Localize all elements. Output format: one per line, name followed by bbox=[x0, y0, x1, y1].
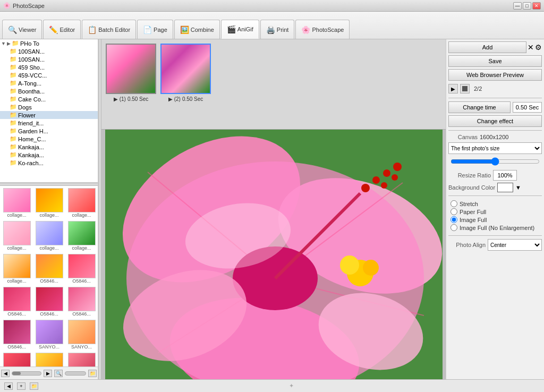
tree-item[interactable]: 📁 Kankaja... bbox=[0, 143, 98, 151]
settings-icon[interactable]: ⚙ bbox=[535, 43, 542, 52]
thumbnail-grid-area: collage... collage... collage... collage… bbox=[0, 186, 98, 367]
list-item[interactable]: collage... bbox=[33, 187, 65, 219]
main-image-area bbox=[101, 130, 446, 379]
tree-item[interactable]: 📁 Cake Co... bbox=[0, 95, 98, 103]
svg-point-14 bbox=[393, 163, 402, 171]
file-tree[interactable]: ▼ ▶ 📁 PHo To 📁 100SAN... 📁 100SAN... 📁 4… bbox=[0, 39, 98, 183]
change-effect-button[interactable]: Change effect bbox=[448, 115, 542, 127]
tab-anigif[interactable]: 🎬 AniGif bbox=[221, 20, 259, 39]
list-item[interactable]: O5846... bbox=[33, 286, 65, 318]
list-item[interactable]: collage... bbox=[1, 220, 32, 252]
statusbar-add-button[interactable]: + bbox=[17, 382, 26, 390]
list-item[interactable]: O5846... bbox=[1, 286, 32, 318]
play-icon-small: ▶ bbox=[168, 96, 173, 102]
tree-item[interactable]: 📁 459 Sho... bbox=[0, 63, 98, 71]
add-button[interactable]: Add bbox=[448, 41, 526, 53]
delete-icon[interactable]: ✕ bbox=[528, 43, 534, 52]
change-time-button[interactable]: Change time bbox=[448, 101, 511, 113]
close-button[interactable]: ✕ bbox=[532, 2, 541, 10]
list-item[interactable]: O5846... bbox=[33, 352, 65, 367]
film-frame-1[interactable]: ▶ (1) 0.50 Sec bbox=[106, 44, 156, 102]
list-item[interactable]: O5846... bbox=[33, 253, 65, 285]
film-frame-2[interactable]: ▶ (2) 0.50 Sec bbox=[160, 44, 211, 102]
web-preview-button[interactable]: Web Browser Preview bbox=[448, 69, 542, 81]
tab-page[interactable]: 📄 Page bbox=[137, 20, 173, 39]
tree-label: PHo To bbox=[20, 40, 39, 47]
tab-print[interactable]: 🖨️ Print bbox=[260, 20, 295, 39]
size-dropdown[interactable]: The first photo's size Custom size 800x6… bbox=[448, 142, 542, 154]
tab-editor[interactable]: ✏️ Editor bbox=[43, 20, 81, 39]
list-item[interactable]: O5846... bbox=[1, 319, 32, 351]
tree-item[interactable]: 📁 Ko-rach... bbox=[0, 159, 98, 167]
svg-point-15 bbox=[381, 182, 387, 189]
tree-item[interactable]: 📁 friend_it... bbox=[0, 119, 98, 127]
radio-image-full-input[interactable] bbox=[450, 216, 457, 223]
film-thumbnail-1[interactable] bbox=[106, 44, 156, 94]
size-slider[interactable] bbox=[450, 157, 540, 166]
tree-item[interactable]: 📁 Garden H... bbox=[0, 127, 98, 135]
stop-button[interactable] bbox=[460, 84, 470, 93]
radio-stretch[interactable]: Stretch bbox=[450, 200, 540, 207]
resize-ratio-input[interactable] bbox=[493, 170, 517, 181]
radio-paper-full[interactable]: Paper Full bbox=[450, 208, 540, 215]
list-item[interactable]: SANYO... bbox=[66, 319, 97, 351]
list-item[interactable]: O5846... bbox=[1, 352, 32, 367]
thumbnail-grid: collage... collage... collage... collage… bbox=[0, 186, 98, 367]
list-item[interactable]: SANYO... bbox=[33, 319, 65, 351]
size-dropdown-row: The first photo's size Custom size 800x6… bbox=[448, 142, 542, 154]
folder-button[interactable]: 📁 bbox=[88, 370, 97, 377]
time-value-input[interactable] bbox=[513, 102, 542, 113]
statusbar-left-button[interactable]: ◀ bbox=[4, 382, 13, 390]
save-button[interactable]: Save bbox=[448, 55, 542, 67]
svg-point-11 bbox=[361, 184, 370, 192]
radio-image-full-no-enlarge[interactable]: Image Full (No Enlargement) bbox=[450, 224, 540, 231]
tab-viewer[interactable]: 🔍 Viewer bbox=[2, 20, 42, 39]
radio-paper-full-input[interactable] bbox=[450, 208, 457, 215]
list-item[interactable]: collage... bbox=[1, 187, 32, 219]
tab-combine[interactable]: 🖼️ Combine bbox=[174, 20, 220, 39]
maximize-button[interactable]: □ bbox=[523, 2, 531, 10]
bg-color-dropdown-arrow[interactable]: ▼ bbox=[515, 184, 521, 191]
scroll-left-button[interactable]: ◀ bbox=[1, 370, 10, 377]
bg-color-swatch[interactable] bbox=[497, 183, 513, 192]
print-icon: 🖨️ bbox=[266, 25, 275, 34]
radio-no-enlarge-input[interactable] bbox=[450, 224, 457, 231]
tree-item[interactable]: 📁 Boontha... bbox=[0, 87, 98, 95]
tree-item[interactable]: 📁 Home_C... bbox=[0, 135, 98, 143]
photo-align-dropdown[interactable]: Center Left Right Top Bottom bbox=[488, 239, 542, 251]
frame-number: (2) bbox=[174, 96, 181, 102]
tree-item[interactable]: 📁 459-VCC... bbox=[0, 71, 98, 79]
folder-icon: 📁 bbox=[10, 96, 17, 103]
change-time-row: Change time bbox=[448, 101, 542, 113]
radio-stretch-input[interactable] bbox=[450, 200, 457, 207]
tree-item-flower[interactable]: 📁 Flower bbox=[0, 111, 98, 119]
tree-item[interactable]: 📁 Dogs bbox=[0, 103, 98, 111]
list-item[interactable]: O5846... bbox=[66, 253, 97, 285]
folder-icon: 📁 bbox=[10, 127, 17, 134]
tab-photoscape[interactable]: 🌸 PhotoScape bbox=[295, 20, 350, 39]
minimize-button[interactable]: — bbox=[513, 2, 522, 10]
film-thumbnail-2[interactable] bbox=[160, 44, 211, 94]
statusbar-folder-button[interactable]: 📁 bbox=[30, 382, 38, 390]
tree-item[interactable]: 📁 Kankaja... bbox=[0, 151, 98, 159]
resize-ratio-row: Resize Ratio bbox=[448, 170, 542, 181]
play-button[interactable]: ▶ bbox=[448, 84, 458, 93]
tree-item[interactable]: 📁 100SAN... bbox=[0, 47, 98, 55]
scroll-right-button[interactable]: ▶ bbox=[44, 370, 52, 377]
tab-batch-label: Batch Editor bbox=[98, 27, 130, 33]
radio-image-full[interactable]: Image Full bbox=[450, 216, 540, 223]
tab-photoscape-label: PhotoScape bbox=[312, 27, 344, 33]
statusbar-indicator: ✦ bbox=[289, 382, 294, 389]
list-item[interactable]: collage... bbox=[66, 187, 97, 219]
list-item[interactable]: collage... bbox=[1, 253, 32, 285]
tree-item-root[interactable]: ▼ ▶ 📁 PHo To bbox=[0, 39, 98, 47]
list-item[interactable]: O5846... bbox=[66, 286, 97, 318]
frame-counter: 2/2 bbox=[472, 86, 484, 92]
list-item[interactable]: collage... bbox=[66, 220, 97, 252]
list-item[interactable]: O5846... bbox=[66, 352, 97, 367]
list-item[interactable]: collage... bbox=[33, 220, 65, 252]
tab-batch[interactable]: 📋 Batch Editor bbox=[82, 20, 136, 39]
tree-item[interactable]: 📁 100SAN... bbox=[0, 55, 98, 63]
zoom-out-button[interactable]: 🔍 bbox=[54, 370, 63, 377]
tree-item[interactable]: 📁 A-Tong... bbox=[0, 79, 98, 87]
